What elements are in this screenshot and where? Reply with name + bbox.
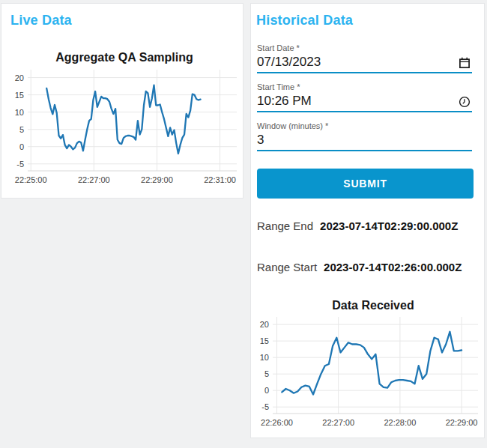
- svg-text:22:27:00: 22:27:00: [78, 175, 110, 184]
- historical-query-form: Start Date * Start Time *: [257, 43, 472, 153]
- historical-data-heading: Historical Data: [256, 13, 484, 28]
- received-chart-plot[interactable]: -50510152022:26:0022:27:0022:28:0022:29:…: [253, 313, 484, 435]
- live-data-panel: Live Data Aggregate QA Sampling -5051015…: [1, 3, 244, 199]
- svg-text:10: 10: [15, 108, 24, 117]
- dashboard-page: Live Data Aggregate QA Sampling -5051015…: [0, 0, 487, 448]
- calendar-icon[interactable]: [459, 57, 471, 69]
- clock-icon[interactable]: [459, 96, 471, 108]
- submit-button[interactable]: SUBMIT: [257, 169, 474, 199]
- start-time-label: Start Time *: [257, 82, 472, 92]
- received-chart-title: Data Received: [266, 299, 480, 312]
- svg-text:5: 5: [19, 125, 24, 134]
- svg-text:10: 10: [260, 353, 269, 362]
- window-minutes-input[interactable]: [257, 131, 472, 150]
- window-minutes-label: Window (minutes) *: [257, 121, 472, 131]
- svg-text:5: 5: [264, 369, 269, 378]
- svg-text:15: 15: [15, 91, 24, 100]
- historical-data-panel: Historical Data Start Date * Start Time …: [250, 3, 485, 438]
- window-minutes-field: Window (minutes) *: [257, 121, 472, 153]
- svg-text:-5: -5: [16, 160, 24, 169]
- svg-text:0: 0: [19, 142, 24, 151]
- start-date-field: Start Date *: [257, 43, 472, 75]
- start-date-label: Start Date *: [257, 43, 472, 53]
- svg-text:22:31:00: 22:31:00: [204, 175, 236, 184]
- range-end-value: 2023-07-14T02:29:00.000Z: [320, 220, 458, 232]
- live-chart-title: Aggregate QA Sampling: [12, 51, 237, 64]
- range-start-row: Range Start 2023-07-14T02:26:00.000Z: [257, 261, 484, 273]
- start-time-underline: [257, 111, 472, 112]
- svg-text:15: 15: [260, 336, 269, 345]
- svg-text:20: 20: [260, 320, 269, 329]
- live-data-heading: Live Data: [10, 13, 243, 28]
- start-date-underline: [257, 72, 472, 73]
- live-chart-plot[interactable]: -50510152022:25:0022:27:0022:29:0022:31:…: [2, 66, 243, 190]
- svg-text:22:25:00: 22:25:00: [15, 175, 47, 184]
- svg-text:22:29:00: 22:29:00: [141, 175, 173, 184]
- window-minutes-underline: [257, 150, 472, 151]
- svg-text:22:26:00: 22:26:00: [261, 418, 293, 427]
- svg-text:22:27:00: 22:27:00: [322, 418, 354, 427]
- start-time-field: Start Time *: [257, 82, 472, 114]
- svg-text:22:29:00: 22:29:00: [446, 418, 478, 427]
- svg-text:22:28:00: 22:28:00: [384, 418, 416, 427]
- start-date-input[interactable]: [257, 53, 472, 72]
- range-start-label: Range Start: [257, 261, 317, 273]
- range-start-value: 2023-07-14T02:26:00.000Z: [324, 261, 462, 273]
- range-end-label: Range End: [257, 220, 313, 232]
- svg-text:20: 20: [15, 73, 24, 82]
- svg-text:-5: -5: [261, 402, 269, 411]
- start-time-input[interactable]: [257, 92, 472, 111]
- svg-text:0: 0: [264, 386, 269, 395]
- range-end-row: Range End 2023-07-14T02:29:00.000Z: [257, 220, 484, 232]
